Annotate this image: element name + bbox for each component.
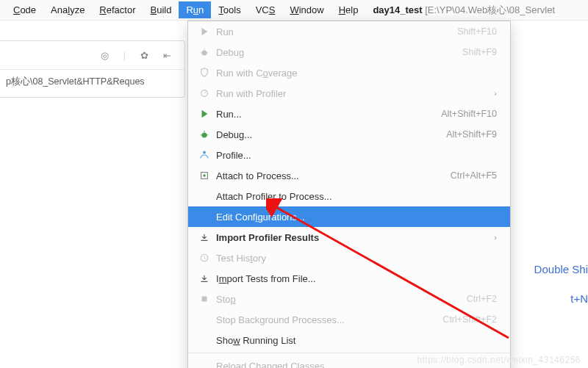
menu-item-label: Profile... xyxy=(212,150,497,161)
profiler-icon xyxy=(197,88,212,98)
menu-item-run: RunShift+F10 xyxy=(188,21,510,42)
menu-item-label: Import Profiler Results xyxy=(212,232,494,243)
menu-item-label: Debug xyxy=(212,47,462,58)
menubar-item-help[interactable]: Help xyxy=(331,1,366,18)
menu-item-label: Run xyxy=(212,26,457,37)
menu-item-debug: DebugShift+F9 xyxy=(188,42,510,62)
toolbar-icons: ◎ | ✿ ⇤ xyxy=(0,41,184,69)
attach-icon xyxy=(197,170,212,181)
hint-text-tn: t+N xyxy=(570,292,588,305)
menu-item-import-profiler-results[interactable]: Import Profiler Results› xyxy=(188,227,510,248)
svg-point-11 xyxy=(203,174,206,177)
menu-item-label: Run with Profiler xyxy=(212,88,494,99)
svg-point-9 xyxy=(203,151,206,154)
bug-icon xyxy=(197,47,212,57)
menu-item-run-with-profiler: Run with Profiler› xyxy=(188,83,510,104)
menu-item-label: Stop xyxy=(212,294,467,305)
menubar-item-refactor[interactable]: Refactor xyxy=(92,1,143,18)
menu-item-stop: StopCtrl+F2 xyxy=(188,289,510,309)
project-name: day14_test xyxy=(373,4,422,15)
menu-item-shortcut: Ctrl+F2 xyxy=(467,294,497,304)
menu-item-shortcut: Ctrl+Shift+F2 xyxy=(442,314,497,325)
menu-item-attach-profiler-to-process[interactable]: Attach Profiler to Process... xyxy=(188,186,510,206)
gear-icon[interactable]: ✿ xyxy=(140,50,148,61)
menu-item-stop-background-processes: Stop Background Processes...Ctrl+Shift+F… xyxy=(188,309,510,330)
menu-item-shortcut: Shift+F9 xyxy=(462,47,497,57)
menu-separator xyxy=(188,353,510,353)
menubar-item-vcs[interactable]: VCS xyxy=(248,1,283,18)
breadcrumb[interactable]: p核心\08_Servlet&HTTP&Reques xyxy=(0,69,184,94)
hint-text-double-shift: Double Shi xyxy=(534,263,588,275)
divider-icon: | xyxy=(123,50,126,61)
menu-item-shortcut: Alt+Shift+F9 xyxy=(446,129,497,140)
menubar-item-run[interactable]: Run xyxy=(179,1,211,18)
svg-point-5 xyxy=(202,132,207,137)
menu-item-show-running-list[interactable]: Show Running List xyxy=(188,330,510,350)
menu-item-import-tests-from-file[interactable]: Import Tests from File... xyxy=(188,268,510,289)
menu-item-shortcut: Shift+F10 xyxy=(457,26,497,37)
project-title: day14_test [E:\YP\04.Web核心\08_Servlet xyxy=(373,4,555,17)
menu-item-label: Test History xyxy=(212,253,497,264)
menubar-item-code[interactable]: Code xyxy=(6,1,43,18)
svg-rect-13 xyxy=(202,297,207,302)
profile-icon xyxy=(197,150,212,160)
import-icon xyxy=(197,232,212,242)
import-icon xyxy=(197,273,212,284)
menu-item-label: Attach to Process... xyxy=(212,170,451,181)
toolbar-region: ◎ | ✿ ⇤ p核心\08_Servlet&HTTP&Reques xyxy=(0,40,185,98)
run-menu-dropdown: RunShift+F10DebugShift+F9Run with Covera… xyxy=(187,21,511,368)
watermark: https://blog.csdn.net/weixin_43146256 xyxy=(417,355,581,365)
submenu-chevron-icon: › xyxy=(494,89,497,98)
play-green-icon xyxy=(197,109,212,119)
bug-green-icon xyxy=(197,129,212,140)
menubar-item-window[interactable]: Window xyxy=(282,1,331,18)
menu-item-label: Run... xyxy=(212,109,441,120)
menu-item-debug[interactable]: Debug...Alt+Shift+F9 xyxy=(188,124,510,145)
stop-icon xyxy=(197,294,212,304)
menu-item-label: Stop Background Processes... xyxy=(212,314,442,325)
menu-item-label: Edit Configurations... xyxy=(212,212,497,223)
svg-point-0 xyxy=(202,50,207,55)
menubar-item-build[interactable]: Build xyxy=(143,1,179,18)
menu-item-label: Run with Coverage xyxy=(212,68,497,79)
menubar: CodeAnalyzeRefactorBuildRunToolsVCSWindo… xyxy=(0,0,588,21)
menubar-item-tools[interactable]: Tools xyxy=(211,1,248,18)
menu-item-profile[interactable]: Profile... xyxy=(188,145,510,165)
target-icon[interactable]: ◎ xyxy=(101,50,109,61)
menu-item-run[interactable]: Run...Alt+Shift+F10 xyxy=(188,104,510,124)
menu-item-shortcut: Ctrl+Alt+F5 xyxy=(451,170,497,181)
collapse-icon[interactable]: ⇤ xyxy=(163,50,171,61)
menu-item-edit-configurations[interactable]: Edit Configurations... xyxy=(188,206,510,227)
menu-item-label: Show Running List xyxy=(212,335,497,346)
menu-item-run-with-coverage: Run with Coverage xyxy=(188,62,510,83)
shield-icon xyxy=(197,68,212,78)
menu-item-label: Import Tests from File... xyxy=(212,273,497,284)
menu-item-label: Debug... xyxy=(212,129,446,140)
project-path: [E:\YP\04.Web核心\08_Servlet xyxy=(425,4,555,15)
play-icon xyxy=(197,26,212,37)
menu-item-label: Attach Profiler to Process... xyxy=(212,191,497,202)
clock-icon xyxy=(197,253,212,263)
submenu-chevron-icon: › xyxy=(494,233,497,242)
menubar-item-analyze[interactable]: Analyze xyxy=(43,1,92,18)
menu-item-attach-to-process[interactable]: Attach to Process...Ctrl+Alt+F5 xyxy=(188,165,510,186)
menu-item-shortcut: Alt+Shift+F10 xyxy=(441,109,497,119)
menu-item-test-history: Test History xyxy=(188,248,510,268)
